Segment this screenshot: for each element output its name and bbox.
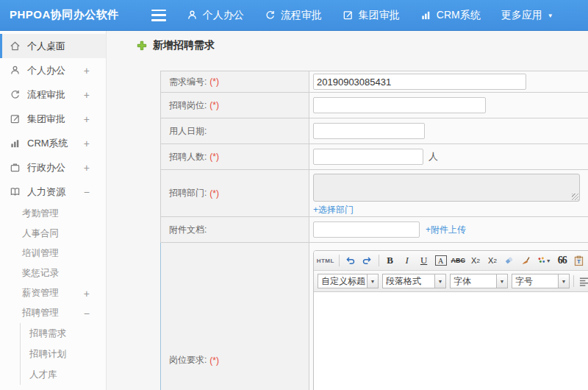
align-left-button[interactable] (578, 274, 588, 288)
add-plus-icon (137, 40, 147, 51)
form-row-department: 招聘部门:(*) +选择部门 (160, 170, 588, 217)
bold-button[interactable]: B (384, 253, 396, 268)
collapse-toggle-icon[interactable]: − (84, 186, 90, 198)
eraser-button[interactable] (503, 253, 515, 268)
sidebar-item-attendance-mgmt[interactable]: 考勤管理 (0, 204, 106, 224)
underline-button[interactable]: U (418, 253, 430, 268)
sidebar-item-label: 考勤管理 (22, 208, 59, 220)
sidebar-item-human-resources[interactable]: 人力资源 − (0, 180, 106, 204)
sidebar-item-reward-punish[interactable]: 奖惩记录 (0, 263, 106, 283)
sidebar-item-hr-contract[interactable]: 人事合同 (0, 224, 106, 244)
expand-toggle-icon[interactable]: + (84, 162, 90, 174)
sidebar-item-workflow-approval[interactable]: 流程审批 + (0, 82, 106, 107)
undo-button[interactable] (345, 253, 356, 268)
headcount-unit: 人 (429, 150, 438, 163)
attachment-upload-link[interactable]: +附件上传 (426, 224, 466, 236)
bar-chart-icon (420, 10, 431, 21)
recruitment-request-form: 需求编号:(*) 招聘岗位:(*) 用人日期: 招聘人数:(*) (160, 71, 588, 390)
font-size-select[interactable]: 字号 ▼ (512, 274, 570, 288)
sidebar-item-personal-office[interactable]: 个人办公 + (0, 58, 106, 82)
app-title: PHPOA协同办公软件 (10, 8, 119, 22)
position-input[interactable] (313, 97, 486, 113)
field-label: 招聘部门:(*) (161, 170, 309, 216)
nav-personal-office[interactable]: 个人办公 (187, 9, 244, 22)
expand-toggle-icon[interactable]: + (84, 65, 90, 77)
request-number-input[interactable] (313, 74, 526, 90)
sidebar-item-group-approval[interactable]: 集团审批 + (0, 107, 106, 131)
html-source-button[interactable]: HTML (318, 253, 334, 268)
sidebar-item-label: 人力资源 (27, 185, 65, 199)
attachment-input[interactable] (313, 221, 420, 238)
main-content: 新增招聘需求 需求编号:(*) 招聘岗位:(*) 用人日期: (107, 31, 588, 390)
nav-label: 流程审批 (281, 9, 322, 22)
collapse-toggle-icon[interactable]: − (84, 308, 90, 319)
sidebar-item-crm-system[interactable]: CRM系统 + (0, 131, 106, 155)
paragraph-format-select[interactable]: 段落格式 ▼ (382, 274, 446, 288)
briefcase-icon (10, 162, 21, 173)
sidebar-item-label: 薪资管理 (22, 287, 59, 299)
expand-toggle-icon[interactable]: + (84, 138, 90, 149)
required-marker: (*) (209, 188, 219, 199)
redo-button[interactable] (362, 253, 373, 268)
required-marker: (*) (209, 152, 219, 162)
strikethrough-button[interactable]: ABC (452, 253, 465, 268)
paint-format-dropdown-button[interactable]: ▼ (537, 253, 551, 268)
expand-toggle-icon[interactable]: + (84, 288, 90, 299)
required-marker: (*) (209, 100, 219, 110)
sidebar-item-label: 人事合同 (22, 227, 59, 240)
sidebar-item-training-mgmt[interactable]: 培训管理 (0, 244, 106, 263)
sidebar-item-recruit-plan[interactable]: 招聘计划 (21, 344, 106, 364)
field-label: 招聘人数:(*) (161, 144, 309, 169)
sidebar-item-admin-office[interactable]: 行政办公 + (0, 155, 106, 180)
editor-content-area[interactable] (314, 292, 588, 390)
superscript-button[interactable]: X2 (470, 253, 481, 268)
paste-text-button[interactable]: T (573, 253, 585, 268)
sidebar-item-label: 人才库 (29, 369, 57, 381)
sidebar-item-talent-pool[interactable]: 人才库 (21, 364, 106, 385)
redo-icon (362, 255, 373, 266)
sidebar-item-salary-mgmt[interactable]: 薪资管理 + (0, 283, 106, 303)
sidebar-item-personal-desktop[interactable]: 个人桌面 (0, 34, 106, 58)
format-brush-button[interactable] (520, 253, 532, 268)
menu-toggle-icon[interactable] (151, 10, 166, 21)
nav-workflow-approval[interactable]: 流程审批 (265, 9, 322, 22)
italic-button[interactable]: I (401, 253, 413, 268)
sidebar-nav: 个人桌面 个人办公 + 流程审批 + 集团审批 + CRM系统 + 行政办公 +… (0, 31, 107, 390)
nav-crm-system[interactable]: CRM系统 (420, 9, 481, 22)
expand-toggle-icon[interactable]: + (84, 89, 90, 101)
font-family-select[interactable]: 字体 ▼ (450, 274, 508, 288)
nav-label: 更多应用 (501, 9, 542, 22)
top-nav: 个人办公 流程审批 集团审批 CRM系统 更多应用 ▼ (187, 9, 553, 22)
char-border-button[interactable]: A (435, 255, 447, 266)
department-textarea[interactable] (313, 174, 580, 202)
sidebar-item-label: 招聘需求 (29, 327, 66, 340)
home-icon (10, 40, 21, 52)
form-row-request-number: 需求编号:(*) (160, 71, 588, 93)
hire-date-input[interactable] (313, 123, 425, 139)
eraser-icon (503, 255, 514, 266)
resize-grip-icon[interactable] (572, 194, 578, 200)
brush-icon (520, 255, 531, 266)
caret-down-icon: ▼ (497, 274, 508, 288)
field-label: 用人日期: (161, 118, 309, 143)
paint-icon (537, 255, 546, 266)
custom-title-select[interactable]: 自定义标题 ▼ (318, 274, 379, 288)
headcount-input[interactable] (313, 149, 423, 165)
caret-down-icon: ▼ (368, 274, 379, 288)
form-row-position: 招聘岗位:(*) (160, 93, 588, 118)
nav-group-approval[interactable]: 集团审批 (343, 9, 400, 22)
subscript-button[interactable]: X2 (487, 253, 498, 268)
person-icon (187, 10, 198, 21)
sidebar-item-recruit-request[interactable]: 招聘需求 (21, 323, 106, 344)
editor-toolbar-row1: HTML B I U A ABC X2 X2 ▼ (314, 251, 588, 271)
align-left-icon (578, 277, 588, 286)
expand-toggle-icon[interactable]: + (84, 113, 90, 125)
field-label: 岗位要求:(*) (161, 243, 309, 390)
caret-down-icon: ▼ (559, 274, 570, 288)
sidebar-item-recruit-mgmt[interactable]: 招聘管理 − (0, 303, 106, 323)
nav-more-apps[interactable]: 更多应用 ▼ (501, 9, 553, 22)
form-row-headcount: 招聘人数:(*) 人 (160, 144, 588, 170)
field-label: 附件文档: (161, 217, 309, 242)
blockquote-button[interactable]: 66 (556, 253, 568, 268)
choose-department-link[interactable]: +选择部门 (313, 204, 354, 216)
